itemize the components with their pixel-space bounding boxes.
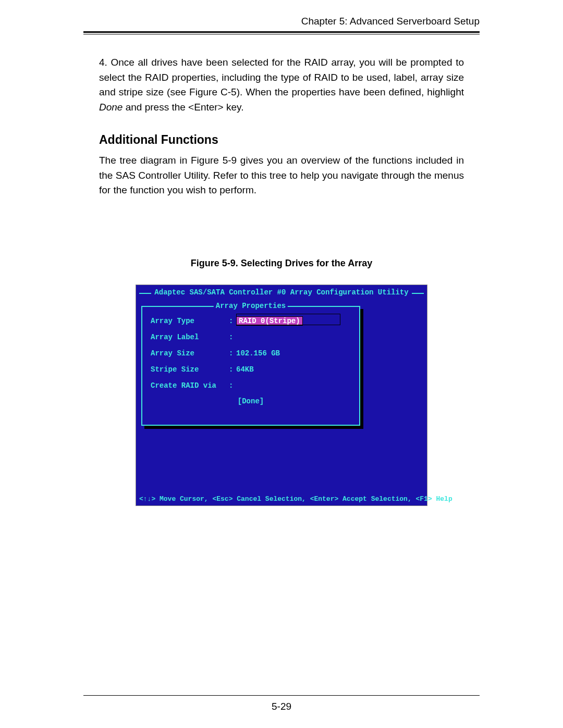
chapter-header: Chapter 5: Advanced Serverboard Setup bbox=[83, 16, 480, 27]
row-array-label[interactable]: Array Label : bbox=[151, 333, 351, 342]
colon: : bbox=[229, 365, 236, 374]
label-array-label: Array Label bbox=[151, 333, 229, 342]
value-stripe-size[interactable]: 64KB bbox=[236, 365, 351, 374]
row-array-type[interactable]: Array Type : RAID 0(Stripe) bbox=[151, 316, 351, 326]
bios-title-bar: Adaptec SAS/SATA Controller #0 Array Con… bbox=[139, 288, 424, 297]
para1-done-word: Done bbox=[99, 102, 123, 113]
figure-caption: Figure 5-9. Selecting Drives for the Arr… bbox=[83, 258, 480, 269]
bios-title: Adaptec SAS/SATA Controller #0 Array Con… bbox=[151, 288, 411, 297]
header-rule bbox=[83, 31, 480, 34]
value-array-type-text: RAID 0(Stripe) bbox=[236, 316, 303, 326]
bios-screenshot: Adaptec SAS/SATA Controller #0 Array Con… bbox=[136, 285, 427, 506]
colon: : bbox=[229, 333, 236, 342]
para1-prefix: 4. Once all drives have been selected fo… bbox=[99, 57, 464, 97]
value-array-type[interactable]: RAID 0(Stripe) bbox=[236, 316, 351, 326]
value-array-size[interactable]: 102.156 GB bbox=[236, 349, 351, 358]
paragraph-step-4: 4. Once all drives have been selected fo… bbox=[99, 55, 464, 115]
page-number: 5-29 bbox=[0, 701, 563, 712]
row-create-raid-via[interactable]: Create RAID via : bbox=[151, 381, 351, 390]
bios-footer-hints: <↑↓> Move Cursor, <Esc> Cancel Selection… bbox=[137, 494, 426, 504]
label-create-raid-via: Create RAID via bbox=[151, 381, 229, 390]
array-properties-title: Array Properties bbox=[214, 302, 288, 311]
colon: : bbox=[229, 349, 236, 358]
row-array-size[interactable]: Array Size : 102.156 GB bbox=[151, 349, 351, 358]
section-heading: Additional Functions bbox=[99, 133, 464, 147]
document-page: Chapter 5: Advanced Serverboard Setup 4.… bbox=[0, 0, 563, 728]
para1-suffix: and press the <Enter> key. bbox=[123, 102, 243, 113]
array-properties-panel: Array Properties Array Type : RAID 0(Str… bbox=[141, 306, 360, 426]
label-array-size: Array Size bbox=[151, 349, 229, 358]
row-stripe-size[interactable]: Stripe Size : 64KB bbox=[151, 365, 351, 374]
label-stripe-size: Stripe Size bbox=[151, 365, 229, 374]
footer-rule bbox=[83, 695, 480, 696]
colon: : bbox=[229, 317, 236, 326]
paragraph-additional-functions: The tree diagram in Figure 5-9 gives you… bbox=[99, 153, 464, 198]
done-button[interactable]: [Done] bbox=[151, 397, 351, 406]
label-array-type: Array Type bbox=[151, 317, 229, 326]
colon: : bbox=[229, 381, 236, 390]
